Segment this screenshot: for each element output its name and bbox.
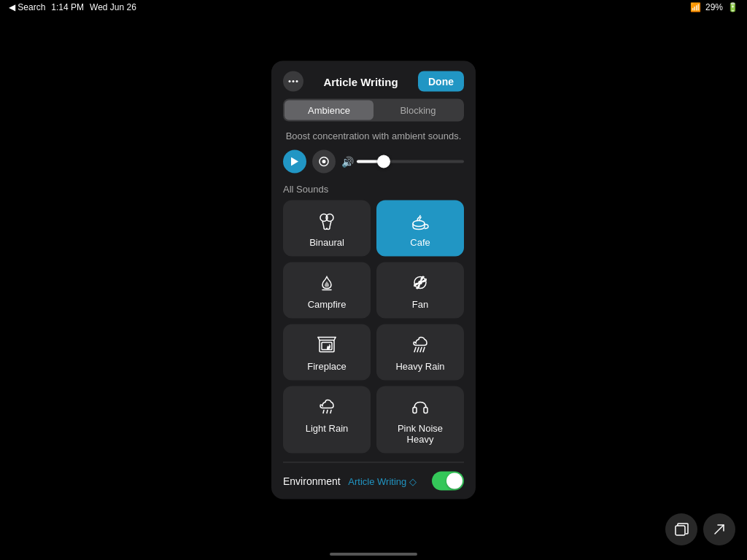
fan-icon <box>410 273 430 293</box>
volume-icon: 🔊 <box>341 156 354 168</box>
play-button[interactable] <box>283 150 306 174</box>
modal: Article Writing Done Ambience Blocking B… <box>271 61 476 499</box>
sound-light-rain[interactable]: Light Rain <box>283 386 371 454</box>
svg-marker-3 <box>291 158 298 166</box>
cafe-label: Cafe <box>410 237 430 248</box>
toggle-thumb <box>446 473 462 489</box>
environment-bar: Environment Article Writing ◇ <box>271 463 476 499</box>
menu-button[interactable] <box>283 71 303 92</box>
pink-noise-heavy-label: Pink Noise Heavy <box>385 423 455 445</box>
svg-point-5 <box>322 160 326 163</box>
svg-rect-27 <box>676 526 685 535</box>
music-button[interactable] <box>312 150 336 174</box>
status-left: ◀ Search 1:14 PM Wed Jun 26 <box>9 2 136 12</box>
status-bar: ◀ Search 1:14 PM Wed Jun 26 📶 29% 🔋 <box>0 0 747 15</box>
audio-controls: 🔊 <box>271 150 476 184</box>
sound-fireplace[interactable]: Fireplace <box>283 324 371 381</box>
sound-binaural[interactable]: Binaural <box>283 201 371 257</box>
sound-pink-noise-heavy[interactable]: Pink Noise Heavy <box>376 386 464 454</box>
svg-point-0 <box>289 80 291 82</box>
ambience-description: Boost concentration with ambient sounds. <box>271 131 476 150</box>
svg-line-24 <box>330 411 331 413</box>
time: 1:14 PM <box>51 2 84 12</box>
svg-point-11 <box>419 281 422 284</box>
svg-rect-26 <box>424 408 427 413</box>
environment-label: Environment <box>283 475 341 487</box>
heavy-rain-icon <box>410 335 430 355</box>
environment-chevron: ◇ <box>409 475 417 486</box>
done-button[interactable]: Done <box>418 71 464 92</box>
tab-switcher: Ambience Blocking <box>283 99 464 122</box>
svg-point-1 <box>293 80 295 82</box>
environment-name: Article Writing <box>348 475 406 486</box>
svg-line-22 <box>323 411 324 413</box>
svg-point-2 <box>296 80 298 82</box>
light-rain-icon <box>317 397 337 417</box>
svg-line-19 <box>417 348 419 352</box>
copy-button[interactable] <box>665 513 697 545</box>
date: Wed Jun 26 <box>90 2 136 12</box>
sound-heavy-rain[interactable]: Heavy Rain <box>376 324 464 381</box>
status-right: 📶 29% 🔋 <box>690 2 738 12</box>
binaural-label: Binaural <box>309 237 344 248</box>
modal-header: Article Writing Done <box>271 61 476 99</box>
headphones-icon <box>410 397 430 417</box>
sound-campfire[interactable]: Campfire <box>283 262 371 319</box>
modal-title: Article Writing <box>303 75 418 88</box>
binaural-icon <box>317 211 337 231</box>
wifi-icon: 📶 <box>690 2 701 12</box>
svg-line-18 <box>414 348 416 352</box>
environment-value[interactable]: Article Writing ◇ <box>348 475 417 486</box>
heavy-rain-label: Heavy Rain <box>395 361 444 372</box>
share-button[interactable] <box>703 513 735 545</box>
tab-ambience[interactable]: Ambience <box>285 101 374 120</box>
sound-fan[interactable]: Fan <box>376 262 464 319</box>
campfire-icon <box>317 273 337 293</box>
sound-grid: Binaural Cafe Campfire <box>271 201 476 462</box>
volume-thumb[interactable] <box>377 155 390 168</box>
battery-icon: 🔋 <box>727 2 738 12</box>
svg-point-8 <box>413 221 425 227</box>
cafe-icon <box>410 211 430 231</box>
svg-rect-25 <box>413 408 417 413</box>
environment-toggle[interactable] <box>432 472 464 491</box>
all-sounds-label: All Sounds <box>271 184 476 201</box>
battery-percent: 29% <box>705 2 723 12</box>
svg-line-21 <box>423 348 425 352</box>
sound-cafe[interactable]: Cafe <box>376 201 464 257</box>
campfire-label: Campfire <box>308 299 347 310</box>
bottom-buttons <box>665 513 735 545</box>
fireplace-icon <box>317 335 337 355</box>
volume-control[interactable]: 🔊 <box>341 156 464 168</box>
back-search[interactable]: ◀ Search <box>9 2 45 12</box>
tab-blocking[interactable]: Blocking <box>374 101 462 120</box>
light-rain-label: Light Rain <box>306 423 349 434</box>
home-indicator <box>330 553 417 556</box>
svg-line-23 <box>327 411 328 413</box>
fan-label: Fan <box>412 299 428 310</box>
svg-line-20 <box>420 348 422 352</box>
volume-slider[interactable] <box>357 160 464 163</box>
fireplace-label: Fireplace <box>307 361 346 372</box>
